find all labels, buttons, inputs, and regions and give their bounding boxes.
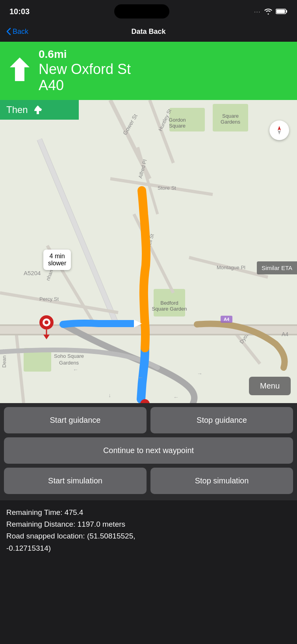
page-title: Data Back [131, 28, 165, 36]
stop-guidance-button[interactable]: Stop guidance [150, 407, 293, 433]
nav-bar: Back Data Back [0, 21, 297, 42]
then-turn-icon [32, 104, 44, 116]
status-time: 10:03 [9, 7, 30, 16]
start-guidance-button[interactable]: Start guidance [4, 407, 147, 433]
svg-marker-60 [278, 126, 281, 130]
svg-text:←: ← [138, 374, 143, 381]
stop-simulation-button[interactable]: Stop simulation [150, 468, 293, 494]
svg-text:Montague Pl: Montague Pl [217, 265, 245, 270]
wifi-icon [264, 8, 273, 15]
guidance-buttons-row: Start guidance Stop guidance [4, 407, 293, 433]
svg-text:Square: Square [169, 123, 186, 129]
svg-text:A4: A4 [224, 317, 230, 322]
signal-icon: ··· [254, 9, 261, 15]
then-row: Then [0, 100, 79, 120]
direction-banner: 0.6mi New Oxford St A40 [0, 42, 297, 100]
svg-marker-61 [278, 130, 281, 135]
coordinates: -0.12715314) [6, 542, 291, 554]
direction-turn-icon [8, 56, 32, 86]
waypoint-row: Continue to next waypoint [4, 437, 293, 464]
svg-text:Bedford: Bedford [160, 300, 178, 306]
buttons-area: Start guidance Stop guidance Continue to… [0, 403, 297, 500]
svg-text:Gardens: Gardens [221, 119, 240, 125]
info-area: Remaining Time: 475.4 Remaining Distance… [0, 500, 297, 563]
svg-text:Square: Square [222, 113, 239, 119]
route-tooltip: 4 min slower [43, 250, 71, 270]
svg-rect-1 [286, 10, 287, 13]
simulation-buttons-row: Start simulation Stop simulation [4, 468, 293, 494]
svg-text:Gordon: Gordon [169, 117, 186, 123]
compass[interactable] [269, 120, 289, 140]
svg-text:↓: ↓ [108, 392, 111, 398]
svg-text:A4: A4 [282, 331, 288, 337]
direction-details: 0.6mi New Oxford St A40 [39, 48, 131, 94]
remaining-distance: Remaining Distance: 1197.0 meters [6, 518, 291, 530]
dynamic-island [114, 4, 169, 19]
menu-button[interactable]: Menu [249, 377, 291, 395]
svg-text:←: ← [173, 394, 179, 400]
status-icons: ··· [254, 8, 288, 15]
svg-text:Gardens: Gardens [59, 360, 79, 366]
similar-eta-badge: Similar ETA [257, 261, 297, 274]
continue-waypoint-button[interactable]: Continue to next waypoint [4, 437, 293, 464]
road-snapped-location: Road snapped location: (51.50815525, [6, 530, 291, 542]
start-simulation-button[interactable]: Start simulation [4, 468, 147, 494]
then-label: Then [6, 104, 28, 115]
svg-text:A5204: A5204 [24, 270, 41, 276]
battery-icon [276, 8, 288, 15]
svg-text:Percy St: Percy St [39, 296, 59, 302]
status-bar: 10:03 ··· [0, 0, 297, 21]
map-container: Gordon Square Square Gardens Bedford Squ… [0, 100, 297, 403]
svg-text:Soho Square: Soho Square [54, 353, 84, 359]
svg-text:←: ← [73, 366, 78, 373]
svg-text:Store St: Store St [158, 185, 176, 191]
back-button[interactable]: Back [6, 28, 28, 36]
svg-point-50 [45, 320, 48, 324]
remaining-time: Remaining Time: 475.4 [6, 507, 291, 518]
svg-rect-2 [277, 10, 285, 13]
svg-text:Square Garden: Square Garden [152, 306, 187, 312]
svg-text:→: → [197, 370, 202, 377]
info-text: Remaining Time: 475.4 Remaining Distance… [6, 507, 291, 555]
